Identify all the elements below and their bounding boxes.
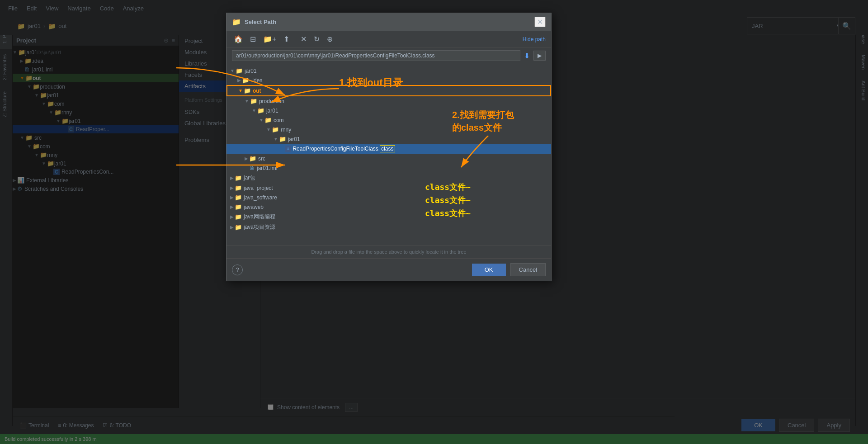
item-label: jar01 xyxy=(288,136,300,142)
folder-icon: 📁 xyxy=(235,213,242,220)
copy-button[interactable]: ⊕ xyxy=(325,34,335,44)
folder-icon: 📁 xyxy=(249,155,256,162)
folder-icon: 📁 xyxy=(279,136,286,142)
item-label: jar包 xyxy=(244,174,255,182)
item-label: java项目资源 xyxy=(244,223,275,231)
folder-icon: 📁 xyxy=(236,67,243,74)
item-label: jar01 xyxy=(245,68,257,74)
item-label: ReadPropertiesConfigFileToolClass. xyxy=(292,146,380,152)
dialog-footer: ? OK Cancel xyxy=(226,258,551,281)
folder-icon: 📁 xyxy=(244,87,251,94)
item-label: java_project xyxy=(244,185,273,191)
item-label: com xyxy=(274,117,284,123)
dialog-tree-item-production[interactable]: ▼ 📁 production xyxy=(226,96,551,106)
item-label: javaweb xyxy=(244,204,264,210)
hide-path-link[interactable]: Hide path xyxy=(523,36,546,43)
dialog-tree-item-java-network[interactable]: ▶ 📁 java网络编程 xyxy=(226,212,551,222)
folder-icon: 📁 xyxy=(235,194,242,201)
item-label: src xyxy=(258,156,265,162)
expand-arrow: ▶ xyxy=(245,156,248,161)
folder-icon: 📁 xyxy=(257,107,264,114)
dialog-tree-item-idea[interactable]: ▶ 📁 .idea xyxy=(226,76,551,85)
dialog-cancel-button[interactable]: Cancel xyxy=(510,263,546,276)
iml-icon: 🗎 xyxy=(249,165,255,171)
folder-icon: 📁 xyxy=(235,184,242,191)
new-folder-button[interactable]: 📁+ xyxy=(261,34,278,44)
close-toolbar-button[interactable]: ✕ xyxy=(299,34,308,44)
dialog-hint: Drag and drop a file into the space abov… xyxy=(226,245,551,258)
dialog-tree-item-rnny[interactable]: ▼ 📁 rnny xyxy=(226,125,551,134)
dialog-help-button[interactable]: ? xyxy=(232,265,243,275)
dialog-tree[interactable]: ▼ 📁 jar01 ▶ 📁 .idea ▼ 📁 out ▼ 📁 producti… xyxy=(226,64,551,245)
item-label: java网络编程 xyxy=(244,213,275,221)
dialog-close-button[interactable]: ✕ xyxy=(534,17,546,27)
folder-icon: 📁 xyxy=(250,98,257,104)
expand-arrow: ▼ xyxy=(230,68,235,73)
select-path-dialog: 📁 Select Path ✕ 🏠 ⊟ 📁+ ⬆ ✕ ↻ ⊕ Hide path… xyxy=(226,13,552,281)
dialog-tree-item-java-software[interactable]: ▶ 📁 java_software xyxy=(226,193,551,202)
path-go-button[interactable]: ▶ xyxy=(533,51,546,61)
dialog-icon: 📁 xyxy=(232,18,241,26)
toolbar-separator xyxy=(295,35,295,44)
dialog-ok-button[interactable]: OK xyxy=(472,264,506,276)
expand-arrow: ▶ xyxy=(230,214,234,219)
dialog-tree-item-class-file[interactable]: ▶ + ReadPropertiesConfigFileToolClass.cl… xyxy=(226,144,551,154)
expand-arrow: ▼ xyxy=(259,118,264,123)
dialog-tree-item-jar-pkg[interactable]: ▶ 📁 jar包 xyxy=(226,173,551,183)
dialog-tree-item-java-resources[interactable]: ▶ 📁 java项目资源 xyxy=(226,222,551,232)
item-label: out xyxy=(253,88,261,94)
path-input[interactable] xyxy=(232,50,520,61)
dialog-tree-item-jar01-sub[interactable]: ▼ 📁 jar01 xyxy=(226,106,551,115)
expand-arrow: ▶ xyxy=(230,225,234,230)
expand-arrow: ▶ xyxy=(230,195,234,200)
dialog-tree-item-out[interactable]: ▼ 📁 out xyxy=(226,85,551,96)
item-label: java_software xyxy=(244,194,277,201)
item-label: jar01 xyxy=(266,108,278,114)
expand-arrow: ▼ xyxy=(238,88,243,93)
dialog-path-bar: ⬇ ▶ xyxy=(226,47,551,64)
expand-arrow: ▶ xyxy=(230,204,234,209)
dialog-tree-item-com[interactable]: ▼ 📁 com xyxy=(226,115,551,125)
folder-icon: 📁 xyxy=(264,117,272,123)
refresh-button[interactable]: ↻ xyxy=(312,34,321,44)
item-label: rnny xyxy=(281,127,291,133)
dialog-tree-item-javaweb[interactable]: ▶ 📁 javaweb xyxy=(226,202,551,212)
folder-icon: 📁 xyxy=(235,224,242,231)
folder-icon: 📁 xyxy=(235,203,242,210)
dialog-title-text: Select Path xyxy=(245,19,276,25)
folder-icon: 📁 xyxy=(235,175,242,181)
dialog-tree-item-java-project[interactable]: ▶ 📁 java_project xyxy=(226,183,551,193)
expand-arrow: ▶ xyxy=(237,78,241,83)
dialog-tree-item-jar01-iml[interactable]: ▶ 🗎 jar01.iml xyxy=(226,163,551,173)
dialog-title-bar: 📁 Select Path ✕ xyxy=(226,13,551,31)
download-icon: ⬇ xyxy=(524,52,530,60)
item-label: jar01.iml xyxy=(257,165,277,171)
expand-arrow: ▼ xyxy=(245,99,249,104)
dialog-tree-item-jar01[interactable]: ▼ 📁 jar01 xyxy=(226,66,551,76)
split-button[interactable]: ⊟ xyxy=(248,34,258,44)
class-file-icon: + xyxy=(285,146,291,152)
dialog-toolbar: 🏠 ⊟ 📁+ ⬆ ✕ ↻ ⊕ Hide path xyxy=(226,31,551,47)
dialog-title: 📁 Select Path xyxy=(232,18,276,26)
expand-arrow: ▶ xyxy=(230,175,234,180)
expand-arrow: ▼ xyxy=(274,137,278,142)
dialog-tree-item-jar01-deep[interactable]: ▼ 📁 jar01 xyxy=(226,134,551,144)
class-extension: class xyxy=(380,145,395,152)
home-button[interactable]: 🏠 xyxy=(232,34,245,44)
expand-arrow: ▼ xyxy=(266,127,271,132)
expand-arrow: ▶ xyxy=(230,185,234,190)
folder-icon: 📁 xyxy=(272,126,279,133)
folder-icon: 📁 xyxy=(242,77,249,84)
item-label: production xyxy=(259,98,284,104)
expand-arrow: ▼ xyxy=(252,108,256,113)
item-label: .idea xyxy=(251,77,263,84)
folder-up-button[interactable]: ⬆ xyxy=(282,34,291,44)
dialog-tree-item-src[interactable]: ▶ 📁 src xyxy=(226,154,551,163)
